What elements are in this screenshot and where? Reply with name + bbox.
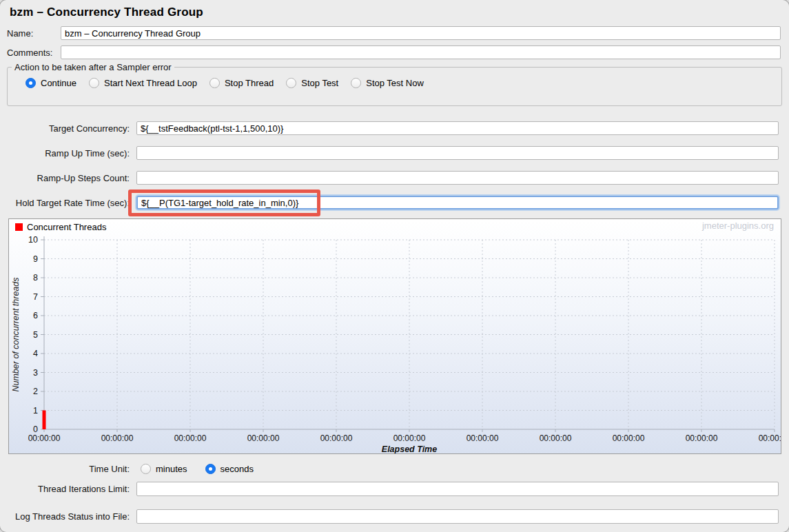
page-title: bzm – Concurrency Thread Group bbox=[10, 6, 203, 19]
radio-minutes-label: minutes bbox=[156, 464, 187, 474]
comments-row: Comments: bbox=[0, 45, 789, 61]
ramp-up-steps-count-label: Ramp-Up Steps Count: bbox=[0, 173, 130, 183]
radio-continue-label: Continue bbox=[41, 78, 76, 88]
svg-text:9: 9 bbox=[33, 254, 38, 264]
thread-iterations-limit-row: Thread Iterations Limit: bbox=[0, 482, 789, 497]
radio-option-seconds[interactable]: seconds bbox=[205, 464, 254, 474]
hold-target-rate-time-label: Hold Target Rate Time (sec): bbox=[0, 198, 130, 208]
target-concurrency-input[interactable] bbox=[136, 121, 779, 135]
svg-text:4: 4 bbox=[33, 349, 38, 358]
target-concurrency-label: Target Concurrency: bbox=[0, 123, 130, 134]
svg-text:00:00:00: 00:00:00 bbox=[320, 433, 353, 443]
radio-stop-test-label: Stop Test bbox=[301, 78, 338, 88]
chart-plot-area: 01234567891000:00:0000:00:0000:00:0000:0… bbox=[9, 219, 781, 453]
time-unit-label: Time Unit: bbox=[0, 464, 130, 474]
log-threads-status-input[interactable] bbox=[136, 509, 779, 524]
name-input[interactable] bbox=[61, 26, 781, 40]
log-threads-status-row: Log Threads Status into File: bbox=[0, 509, 789, 524]
ramp-up-steps-count-input[interactable] bbox=[136, 171, 779, 185]
legend-swatch-red bbox=[15, 223, 23, 231]
svg-text:00:00:00: 00:00:00 bbox=[613, 433, 645, 443]
svg-text:Elapsed Time: Elapsed Time bbox=[382, 444, 437, 453]
log-threads-status-label: Log Threads Status into File: bbox=[0, 511, 130, 522]
svg-text:0: 0 bbox=[33, 424, 38, 434]
radio-minutes-icon[interactable] bbox=[141, 464, 151, 474]
radio-stop-test-now-icon[interactable] bbox=[351, 78, 361, 88]
radio-seconds-label: seconds bbox=[221, 464, 254, 474]
svg-text:10: 10 bbox=[28, 235, 38, 245]
time-unit-radio-row: minutes seconds bbox=[141, 462, 254, 475]
radio-stop-test-icon[interactable] bbox=[286, 78, 296, 88]
svg-text:00:00:00: 00:00:00 bbox=[101, 433, 134, 443]
hold-target-rate-time-row: Hold Target Rate Time (sec): bbox=[0, 196, 789, 211]
radio-continue-icon[interactable] bbox=[25, 78, 36, 88]
concurrent-threads-chart: Concurrent Threads jmeter-plugins.org 01… bbox=[8, 218, 781, 454]
svg-text:00:00:00: 00:00:00 bbox=[759, 433, 781, 443]
sampler-error-action-group: Action to be taken after a Sampler error… bbox=[7, 62, 782, 106]
comments-input[interactable] bbox=[61, 45, 781, 59]
thread-iterations-limit-label: Thread Iterations Limit: bbox=[0, 484, 130, 494]
svg-text:00:00:00: 00:00:00 bbox=[247, 433, 280, 443]
svg-text:00:00:00: 00:00:00 bbox=[467, 433, 499, 443]
svg-text:1: 1 bbox=[33, 406, 38, 416]
ramp-up-steps-count-row: Ramp-Up Steps Count: bbox=[0, 171, 789, 186]
thread-iterations-limit-input[interactable] bbox=[136, 482, 779, 496]
radio-option-continue[interactable]: Continue bbox=[25, 78, 76, 88]
svg-text:6: 6 bbox=[33, 311, 38, 320]
chart-legend: Concurrent Threads bbox=[15, 222, 106, 232]
radio-option-stop-thread[interactable]: Stop Thread bbox=[209, 78, 274, 88]
svg-text:7: 7 bbox=[33, 292, 38, 302]
svg-text:5: 5 bbox=[33, 330, 38, 340]
name-label: Name: bbox=[7, 28, 33, 39]
svg-text:2: 2 bbox=[33, 387, 38, 396]
svg-text:00:00:00: 00:00:00 bbox=[393, 433, 426, 443]
ramp-up-time-row: Ramp Up Time (sec): bbox=[0, 146, 789, 161]
svg-text:Number of concurrent threads: Number of concurrent threads bbox=[11, 277, 21, 391]
svg-text:00:00:00: 00:00:00 bbox=[28, 433, 61, 443]
legend-label: Concurrent Threads bbox=[27, 222, 106, 232]
radio-start-next-thread-loop-icon[interactable] bbox=[89, 78, 99, 88]
svg-text:00:00:00: 00:00:00 bbox=[540, 433, 572, 443]
time-unit-row: Time Unit: bbox=[0, 462, 789, 477]
radio-seconds-icon[interactable] bbox=[205, 464, 216, 474]
ramp-up-time-input[interactable] bbox=[136, 146, 779, 160]
jmeter-plugins-watermark: jmeter-plugins.org bbox=[702, 221, 774, 231]
sampler-error-radio-row: Continue Start Next Thread Loop Stop Thr… bbox=[8, 72, 781, 88]
comments-label: Comments: bbox=[7, 48, 52, 58]
target-concurrency-row: Target Concurrency: bbox=[0, 121, 789, 136]
sampler-error-action-legend: Action to be taken after a Sampler error bbox=[12, 62, 174, 72]
ramp-up-time-label: Ramp Up Time (sec): bbox=[0, 148, 130, 158]
radio-stop-thread-icon[interactable] bbox=[209, 78, 220, 88]
svg-text:3: 3 bbox=[33, 368, 38, 378]
concurrency-thread-group-panel: bzm – Concurrency Thread Group Name: Com… bbox=[0, 0, 789, 532]
hold-target-rate-time-input[interactable] bbox=[136, 196, 779, 209]
radio-stop-thread-label: Stop Thread bbox=[225, 78, 274, 88]
radio-stop-test-now-label: Stop Test Now bbox=[366, 78, 424, 88]
radio-option-minutes[interactable]: minutes bbox=[141, 464, 187, 474]
svg-text:00:00:00: 00:00:00 bbox=[686, 433, 718, 443]
radio-option-stop-test-now[interactable]: Stop Test Now bbox=[351, 78, 424, 88]
radio-option-stop-test[interactable]: Stop Test bbox=[286, 78, 338, 88]
svg-text:8: 8 bbox=[33, 273, 38, 283]
name-row: Name: bbox=[0, 26, 789, 41]
radio-option-start-next-thread-loop[interactable]: Start Next Thread Loop bbox=[89, 78, 197, 88]
radio-start-next-thread-loop-label: Start Next Thread Loop bbox=[104, 78, 197, 88]
svg-text:00:00:00: 00:00:00 bbox=[174, 433, 207, 443]
